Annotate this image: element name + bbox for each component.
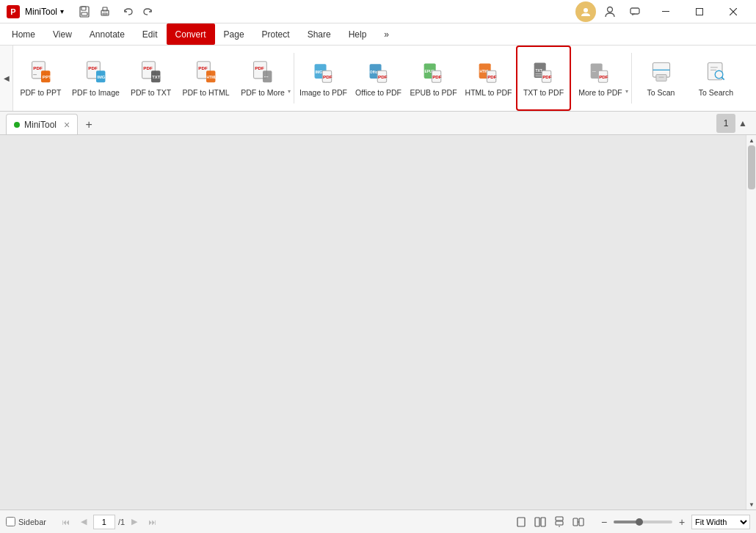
menu-home[interactable]: Home — [3, 23, 44, 45]
menu-page[interactable]: Page — [215, 23, 253, 45]
tab-add-icon: + — [86, 118, 92, 131]
scrollbar-up-button[interactable]: ▲ — [746, 135, 756, 145]
page-number-input[interactable]: 1 — [93, 515, 115, 529]
svg-text:IMG: IMG — [97, 75, 105, 79]
app-name: MiniTool — [25, 7, 57, 17]
svg-text:PDF: PDF — [33, 66, 43, 71]
tab-add-button[interactable]: + — [79, 115, 98, 134]
menu-more[interactable]: » — [375, 23, 398, 45]
title-quick-actions — [76, 4, 114, 20]
ribbon-items: PDF ▪▪▪ PPT PDF to PPT PDF IMG PDF to Im… — [13, 46, 756, 111]
title-bar: P MiniTool ▾ — [0, 0, 756, 23]
tab-close-button[interactable]: × — [64, 119, 70, 131]
svg-point-8 — [584, 8, 588, 12]
scrollbar-track[interactable] — [746, 145, 756, 499]
page-prev-button[interactable]: ◀ — [76, 514, 92, 530]
tab-count: 1 — [716, 114, 735, 133]
ribbon-pdf-to-image[interactable]: PDF IMG PDF to Image — [68, 46, 123, 111]
zoom-thumb[interactable] — [636, 518, 643, 526]
maximize-button[interactable] — [683, 0, 716, 23]
tabs-bar: MiniTool × + 1 ▲ — [0, 112, 756, 135]
undo-button[interactable] — [120, 4, 137, 20]
page-last-button[interactable]: ⏭ — [144, 514, 160, 530]
ribbon-image-to-pdf[interactable]: IMG PDF Image to PDF — [296, 46, 351, 111]
scrollbar-thumb[interactable] — [748, 145, 755, 189]
single-page-view-button[interactable] — [512, 514, 530, 530]
tab-label: MiniTool — [24, 120, 57, 130]
ribbon-html-to-pdf[interactable]: HTML PDF HTML to PDF — [461, 46, 516, 111]
ribbon-to-search-label: To Search — [699, 88, 733, 98]
save-button[interactable] — [76, 4, 93, 20]
svg-text:PDF: PDF — [542, 74, 552, 79]
sidebar-checkbox[interactable] — [6, 517, 15, 526]
ribbon-epub-to-pdf-label: EPUB to PDF — [410, 88, 457, 98]
menu-view[interactable]: View — [44, 23, 81, 45]
menu-bar: Home View Annotate Edit Convert Page Pro… — [0, 23, 756, 46]
two-page-view-button[interactable] — [531, 514, 549, 530]
chat-icon-button[interactable] — [624, 1, 646, 23]
svg-rect-73 — [541, 518, 545, 526]
svg-text:PDF: PDF — [323, 74, 332, 79]
svg-rect-75 — [556, 521, 563, 525]
svg-point-9 — [608, 7, 613, 12]
menu-share[interactable]: Share — [299, 23, 340, 45]
ribbon-txt-to-pdf-label: TXT to PDF — [523, 88, 564, 98]
ribbon-pdf-to-ppt[interactable]: PDF ▪▪▪ PPT PDF to PPT — [13, 46, 68, 111]
canvas-area — [0, 135, 746, 510]
user-icon-button[interactable] — [599, 1, 621, 23]
zoom-dropdown[interactable]: Fit Width 50% 75% 100% 125% 150% 200% — [691, 515, 750, 529]
redo-button[interactable] — [139, 4, 156, 20]
tab-scroll-up[interactable]: ▲ — [735, 114, 750, 133]
pdf-to-txt-icon: PDF TXT — [138, 59, 164, 85]
ribbon-scroll-left[interactable]: ◀ — [0, 46, 13, 111]
ribbon-to-search[interactable]: To Search — [688, 46, 744, 111]
html-to-pdf-icon: HTML PDF — [476, 59, 502, 85]
window-controls — [649, 0, 750, 23]
profile-circle-button[interactable] — [575, 1, 596, 22]
minimize-button[interactable] — [649, 0, 683, 23]
svg-text:PPT: PPT — [42, 74, 51, 79]
menu-edit[interactable]: Edit — [134, 23, 167, 45]
svg-rect-78 — [579, 518, 584, 526]
sidebar-toggle[interactable]: Sidebar — [6, 517, 46, 526]
ribbon-pdf-to-more[interactable]: PDF ··· PDF to More ▾ — [233, 46, 292, 111]
status-bar: Sidebar ⏮ ◀ 1 /1 ▶ ⏭ — [0, 510, 756, 533]
ribbon-office-to-pdf[interactable]: Office PDF Office to PDF — [351, 46, 406, 111]
spread-view-button[interactable] — [570, 514, 587, 530]
menu-help[interactable]: Help — [340, 23, 376, 45]
app-dropdown-arrow[interactable]: ▾ — [60, 7, 64, 15]
menu-convert[interactable]: Convert — [167, 23, 215, 45]
page-first-button[interactable]: ⏮ — [58, 514, 74, 530]
ribbon-to-scan[interactable]: To Scan — [633, 46, 688, 111]
svg-text:PDF: PDF — [599, 74, 608, 79]
ribbon-pdf-to-html[interactable]: PDF HTML PDF to HTML — [178, 46, 233, 111]
ribbon-more-to-pdf[interactable]: ··· PDF More to PDF ▾ — [571, 46, 630, 111]
zoom-bar[interactable] — [614, 521, 672, 523]
svg-text:···: ··· — [264, 74, 269, 80]
ribbon-pdf-to-txt[interactable]: PDF TXT PDF to TXT — [123, 46, 178, 111]
svg-rect-72 — [535, 518, 539, 526]
ribbon-pdf-to-ppt-label: PDF to PPT — [20, 88, 61, 98]
image-to-pdf-icon: IMG PDF — [310, 59, 337, 85]
ribbon-epub-to-pdf[interactable]: EPUB PDF EPUB to PDF — [406, 46, 461, 111]
ribbon-pdf-to-txt-label: PDF to TXT — [131, 88, 171, 98]
menu-protect[interactable]: Protect — [253, 23, 299, 45]
epub-to-pdf-icon: EPUB PDF — [421, 59, 447, 85]
scrollbar-down-button[interactable]: ▼ — [746, 499, 756, 510]
pdf-to-ppt-icon: PDF ▪▪▪ PPT — [28, 59, 54, 85]
scroll-view-button[interactable] — [550, 514, 568, 530]
print-button[interactable] — [96, 4, 114, 20]
svg-text:···: ··· — [592, 68, 596, 73]
ribbon-txt-to-pdf[interactable]: TXT PDF TXT to PDF — [516, 46, 571, 111]
main-area: ▲ ▼ — [0, 135, 756, 510]
zoom-minus-button[interactable]: − — [597, 515, 611, 529]
zoom-controls: − + Fit Width 50% 75% 100% 125% 150% 200… — [597, 515, 750, 529]
page-total: /1 — [118, 518, 125, 526]
tab-minitool[interactable]: MiniTool × — [6, 114, 78, 134]
svg-rect-71 — [517, 518, 525, 526]
page-next-button[interactable]: ▶ — [126, 514, 142, 530]
zoom-plus-button[interactable]: + — [675, 515, 688, 529]
menu-annotate[interactable]: Annotate — [81, 23, 134, 45]
close-button[interactable] — [716, 0, 750, 23]
svg-text:PDF: PDF — [255, 66, 264, 71]
